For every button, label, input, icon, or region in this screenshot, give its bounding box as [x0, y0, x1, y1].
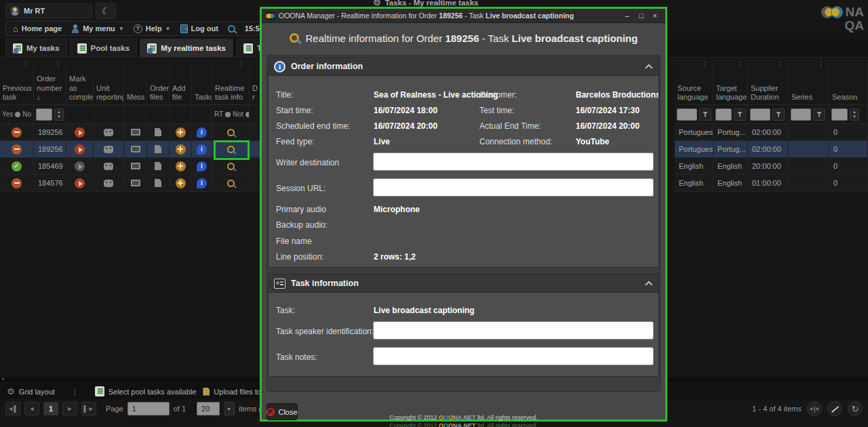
add-file-button[interactable]	[176, 178, 186, 188]
column-header-add-file[interactable]: Add file	[170, 60, 192, 104]
table-row[interactable]: English English 20:00:00 0	[675, 158, 868, 175]
play-button[interactable]	[75, 127, 85, 138]
grid-layout-button[interactable]: ⚙ Grid layout	[7, 387, 55, 396]
add-file-button[interactable]	[176, 144, 186, 155]
filter-funnel-button[interactable]	[699, 108, 711, 121]
messages-icon[interactable]	[131, 129, 140, 136]
filter-input[interactable]	[677, 108, 697, 121]
column-header-series[interactable]: ⋮Series	[789, 60, 829, 104]
dark-mode-button[interactable]: ☾	[96, 3, 116, 19]
help-menu-item[interactable]: ? Help ▼	[134, 24, 171, 33]
info-icon[interactable]	[197, 178, 207, 188]
filter-target-language[interactable]	[713, 105, 748, 123]
filter-input[interactable]	[750, 108, 770, 121]
task-information-header[interactable]: Task information	[269, 274, 658, 293]
maximize-button[interactable]: □	[639, 12, 644, 20]
filter-supplier-duration[interactable]	[748, 105, 789, 123]
fit-columns-button[interactable]: +|+	[807, 401, 822, 416]
tab-my-realtime-tasks[interactable]: My realtime tasks	[140, 39, 233, 57]
info-icon[interactable]	[197, 161, 207, 171]
last-page-button[interactable]: ▌►	[81, 402, 96, 415]
order-information-header[interactable]: i Order information	[269, 58, 658, 76]
task-notes-input[interactable]	[373, 347, 654, 365]
search-icon[interactable]	[228, 25, 235, 33]
radio-icon[interactable]	[225, 112, 231, 117]
column-header-messages[interactable]: Mess	[124, 60, 147, 104]
close-window-button[interactable]: ×	[653, 12, 657, 20]
first-page-button[interactable]: ◄▌	[5, 402, 20, 415]
collapse-chevron-icon[interactable]	[645, 281, 652, 288]
column-header-order-files[interactable]: Order files	[147, 60, 170, 104]
filter-input[interactable]	[791, 108, 811, 121]
order-files-icon[interactable]	[155, 145, 161, 153]
play-button[interactable]	[75, 144, 85, 155]
kebab-menu-icon[interactable]: ⋮	[702, 60, 709, 69]
table-row[interactable]: Portuguese Portug... 02:00:00 0	[675, 124, 868, 141]
my-menu-menu-item[interactable]: My menu ▼	[71, 24, 124, 33]
page-size-value[interactable]: 20	[197, 402, 220, 415]
column-header-supplier-duration[interactable]: ⋮Supplier Duration	[748, 60, 789, 104]
filter-funnel-button[interactable]	[813, 108, 825, 121]
order-files-icon[interactable]	[155, 162, 161, 170]
unit-reporting-icon[interactable]	[104, 180, 113, 187]
filter-input[interactable]	[715, 108, 732, 121]
page-number-input[interactable]	[127, 402, 170, 415]
add-file-button[interactable]	[176, 161, 186, 171]
collapse-chevron-icon[interactable]	[645, 64, 652, 71]
unit-reporting-icon[interactable]	[104, 163, 113, 170]
unit-reporting-icon[interactable]	[104, 146, 113, 153]
session-url-input[interactable]	[373, 178, 654, 197]
filter-order-number[interactable]: ▲▼	[34, 105, 66, 123]
number-spinner[interactable]: ▲▼	[850, 108, 859, 121]
speaker-identification-input[interactable]	[373, 321, 654, 340]
writer-destination-input[interactable]	[373, 152, 654, 171]
column-header-unit-reporting[interactable]: Unit reporting	[94, 60, 124, 104]
filter-input[interactable]	[831, 108, 848, 121]
clear-filters-button[interactable]	[827, 401, 842, 416]
kebab-menu-icon[interactable]: ⋮	[238, 60, 245, 69]
column-header-realtime-task-info[interactable]: ⋮Realtime task info	[212, 60, 250, 104]
messages-icon[interactable]	[131, 146, 140, 152]
user-chip[interactable]: Mr RT	[5, 3, 92, 18]
table-row[interactable]: 184576	[0, 175, 264, 192]
table-row[interactable]: 185469	[0, 158, 264, 175]
kebab-menu-icon[interactable]: ⋮	[777, 60, 784, 69]
play-button[interactable]	[75, 178, 85, 188]
add-file-button[interactable]	[176, 127, 186, 138]
realtime-task-info-button[interactable]	[227, 180, 235, 187]
messages-icon[interactable]	[131, 180, 140, 186]
logout-menu-item[interactable]: Log out	[180, 24, 218, 33]
column-header-source-language[interactable]: ⋮Source language	[675, 60, 713, 104]
column-header-previous-task[interactable]: ⋮Previous task	[0, 60, 34, 104]
filter-funnel-button[interactable]	[734, 108, 746, 121]
page-size-dropdown-button[interactable]: ▼	[224, 402, 235, 415]
table-row[interactable]: English English 01:00:00 0	[675, 175, 868, 192]
column-header-season[interactable]: Season	[829, 60, 868, 104]
filter-season[interactable]: ▲▼	[829, 105, 868, 123]
info-icon[interactable]	[197, 144, 207, 155]
kebab-menu-icon[interactable]: ⋮	[736, 60, 743, 69]
column-header-tasks[interactable]: Tasks	[192, 60, 212, 104]
table-row[interactable]: 189256	[0, 124, 264, 141]
current-page-button[interactable]: 1	[43, 402, 58, 415]
order-files-icon[interactable]	[155, 179, 161, 187]
radio-icon[interactable]	[15, 112, 20, 117]
tab-my-tasks[interactable]: My tasks	[5, 39, 67, 57]
minimize-button[interactable]: –	[625, 12, 629, 20]
table-row-selected[interactable]: Portuguese Portug... 02:00:00 0	[675, 141, 868, 158]
info-icon[interactable]	[197, 127, 207, 138]
refresh-button[interactable]: ↻	[848, 401, 863, 416]
kebab-menu-icon[interactable]: ⋮	[55, 60, 62, 69]
column-header-order-number[interactable]: ⋮Order number↓	[34, 60, 66, 104]
filter-source-language[interactable]	[675, 105, 713, 123]
filter-previous-task[interactable]: YesNo	[0, 105, 34, 123]
realtime-task-info-button[interactable]	[227, 129, 235, 136]
prev-page-button[interactable]: ◄	[24, 402, 39, 415]
realtime-task-info-button[interactable]	[227, 163, 235, 170]
order-files-icon[interactable]	[155, 128, 161, 136]
column-header-mark-as-complete[interactable]: Mark as comple	[66, 60, 94, 104]
home-page-menu-item[interactable]: ⌂ Home page	[13, 24, 62, 33]
messages-icon[interactable]	[131, 163, 140, 169]
filter-series[interactable]	[789, 105, 829, 123]
number-spinner[interactable]: ▲▼	[54, 108, 64, 121]
